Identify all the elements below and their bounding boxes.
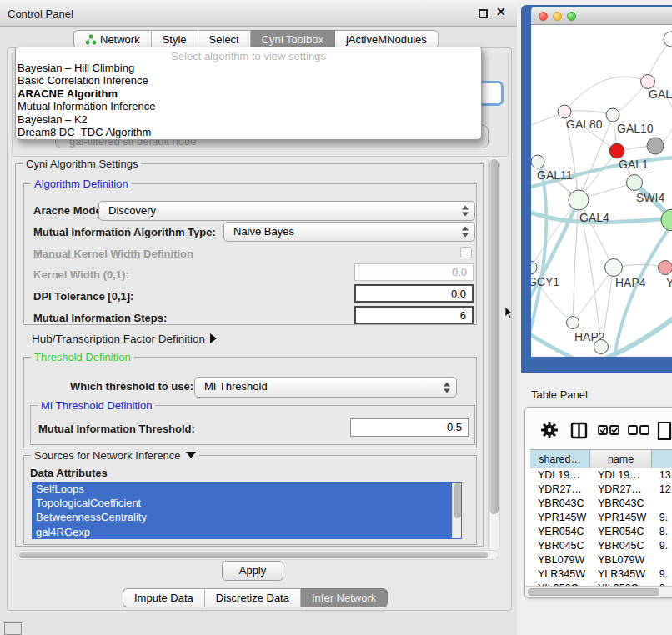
stepper-icon [462,206,469,217]
table-row[interactable]: YBR043CYBR043C [530,497,672,511]
table-cell: YDL19… [590,468,652,482]
network-node-gal4[interactable] [569,190,589,210]
column-header-cut[interactable] [652,449,672,468]
table-row[interactable]: YBR045CYBR045C9. [530,539,672,553]
document-icon[interactable] [659,422,670,439]
application-root: Control Panel ✕ NetworkStyleSelectCyni T… [0,0,672,635]
network-node-hap2[interactable] [567,317,579,329]
dpi-tolerance-value: 0.0 [451,288,466,300]
minimize-traffic-light-icon[interactable] [553,12,562,21]
network-node-gal[interactable] [641,75,655,89]
network-node-gal11[interactable] [531,155,544,168]
aracne-mode-combo[interactable]: Discovery [98,201,475,221]
zoom-traffic-light-icon[interactable] [567,12,576,21]
node-label-gal11: GAL11 [537,168,573,182]
table-cell: YDR27… [590,482,652,497]
network-node-y[interactable] [659,261,672,275]
apply-button[interactable]: Apply [222,561,283,581]
kernel-width-field[interactable]: 0.0 [354,263,474,281]
bottom-tab-discretize-data[interactable]: Discretize Data [205,588,301,608]
which-threshold-combo[interactable]: MI Threshold [194,377,457,398]
table-row[interactable]: YDR27…YDR27…12 [530,482,672,497]
table-row[interactable]: YDL19…YDL19…13 [530,468,672,482]
scrollbar-thumb[interactable] [528,588,659,596]
column-header-name[interactable]: name [590,449,652,468]
sources-title-text: Sources for Network Inference [34,449,181,462]
attribute-item-gal4rgexp[interactable]: gal4RGexp [32,525,462,539]
manual-kernel-label: Manual Kernel Width Definition [33,248,193,260]
network-node-hap4[interactable] [605,259,623,277]
hub-section-toggle[interactable]: Hub/Transcription Factor Definition [32,332,217,345]
table-horizontal-scrollbar[interactable] [525,586,672,597]
network-node-gcy1[interactable] [531,261,537,274]
network-node[interactable] [594,340,609,354]
table-row[interactable]: YLR345WYLR345W9. [530,568,672,582]
table-cell: YBL079W [590,553,652,568]
mi-type-combo[interactable]: Naive Bayes [223,222,475,242]
attributes-scrollbar[interactable] [452,482,461,538]
scrollbar-thumb[interactable] [19,552,488,558]
table-cell: YBR043C [590,497,652,511]
mi-threshold-group-title: MI Threshold Definition [38,399,155,412]
table-row[interactable]: YBL079WYBL079W [530,553,672,568]
dropdown-item-basic-correlation-inference[interactable]: Basic Correlation Inference [16,74,481,87]
scrollbar-thumb[interactable] [489,159,499,514]
dock-mini-button[interactable] [4,622,22,635]
node-label-gal4: GAL4 [579,211,609,224]
gear-icon[interactable] [541,422,558,438]
table-cell: 9. [652,539,672,553]
checked-columns-icon[interactable] [599,426,619,434]
attribute-item-betweennesscentrality[interactable]: BetweennessCentrality [32,510,462,524]
table-row[interactable]: YER054CYER054C8. [530,525,672,539]
bottom-tab-impute-data[interactable]: Impute Data [123,588,205,608]
attribute-item-topologicalcoefficient[interactable]: TopologicalCoefficient [32,496,462,510]
close-icon[interactable]: ✕ [496,5,506,18]
unchecked-columns-icon[interactable] [629,426,649,434]
network-node[interactable] [609,143,624,158]
network-canvas[interactable]: GALGAL80GAL10GAL11GAL1SWI4GAL4GCY1HAP4YH… [531,25,672,357]
table-cell: YLR345W [530,568,590,582]
table-cell: 9. [652,568,672,582]
network-window-titlebar[interactable] [531,7,672,25]
column-header-shared…[interactable]: shared… [530,449,590,468]
aracne-mode-value: Discovery [108,204,156,217]
network-node-gal1[interactable] [627,175,643,191]
float-window-icon[interactable] [479,9,488,18]
attribute-item-selfloops[interactable]: SelfLoops [32,482,462,496]
node-label-gal10: GAL10 [617,122,654,135]
dropdown-item-bayesian-hill-climbing[interactable]: Bayesian – Hill Climbing [16,62,481,74]
dropdown-item-bayesian-k2[interactable]: Bayesian – K2 [16,113,481,126]
scrollbar-thumb[interactable] [454,483,461,518]
table-cell: YDR27… [530,482,590,497]
network-node-gal80[interactable] [558,105,571,118]
table-cell: YBR045C [590,539,652,553]
settings-vertical-scrollbar[interactable] [488,157,500,552]
columns-icon[interactable] [572,423,586,438]
kernel-width-value: 0.0 [452,266,467,278]
dropdown-item-dream8-dc-tdc-algorithm[interactable]: Dream8 DC_TDC Algorithm [16,126,481,138]
mouse-cursor [505,307,515,320]
close-traffic-light-icon[interactable] [539,12,548,21]
aracne-mode-label: Aracne Mode: [33,204,105,217]
data-attributes-list[interactable]: SelfLoopsTopologicalCoefficientBetweenne… [32,482,462,539]
network-node[interactable] [664,32,672,47]
collapsed-arrow-icon [210,333,217,343]
mi-threshold-field[interactable]: 0.5 [350,418,469,437]
table-cell [652,553,672,568]
tab-label: Impute Data [134,589,193,607]
mi-steps-field[interactable]: 6 [354,306,474,324]
table-cell: YBR043C [530,497,590,511]
table-row[interactable]: YPR145WYPR145W9. [530,511,672,525]
network-graph[interactable]: GALGAL80GAL10GAL11GAL1SWI4GAL4GCY1HAP4YH… [531,25,672,357]
sources-group-title[interactable]: Sources for Network Inference [31,449,199,462]
manual-kernel-checkbox[interactable] [460,247,472,258]
bottom-tab-infer-network[interactable]: Infer Network [301,588,388,608]
settings-horizontal-scrollbar[interactable] [17,550,499,560]
table-cell: 12 [652,482,672,497]
mi-threshold-value: 0.5 [447,421,462,433]
dropdown-item-aracne-algorithm[interactable]: ARACNE Algorithm [16,88,481,100]
dpi-tolerance-field[interactable]: 0.0 [354,284,474,302]
network-node[interactable] [647,138,664,154]
dropdown-item-mutual-information-inference[interactable]: Mutual Information Inference [16,100,481,112]
network-node-gal10[interactable] [606,108,619,122]
